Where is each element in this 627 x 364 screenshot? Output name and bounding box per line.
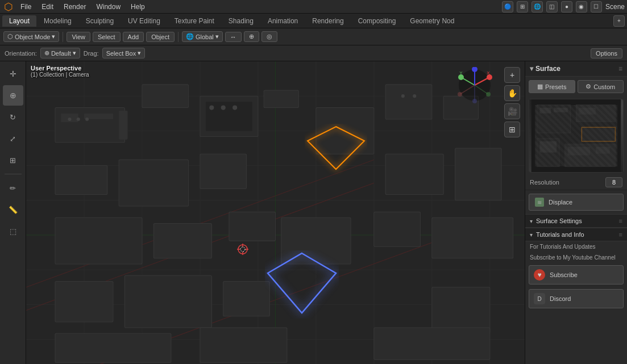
blue-selection-square xyxy=(265,250,339,319)
transform-tool[interactable]: ⊞ xyxy=(3,150,23,170)
quad-view-button[interactable]: ⊞ xyxy=(504,122,520,137)
svg-rect-89 xyxy=(540,108,551,114)
proportional-toggle[interactable]: ◎ xyxy=(261,31,277,42)
default-label: Default xyxy=(51,50,71,57)
viewport[interactable]: User Perspective (1) Collection | Camera… xyxy=(26,61,525,364)
global-dropdown[interactable]: 🌐 Global ▾ xyxy=(182,31,223,42)
tab-sculpting[interactable]: Sculpting xyxy=(79,15,121,27)
options-bar: Orientation: ⊕ Default ▾ Drag: Select Bo… xyxy=(0,45,627,61)
select-box-dropdown[interactable]: Select Box ▾ xyxy=(102,48,146,58)
resolution-value[interactable]: 8 xyxy=(605,177,622,187)
editor-type-icon[interactable]: ⊞ xyxy=(517,1,528,12)
select-button[interactable]: Select xyxy=(93,32,121,42)
svg-point-57 xyxy=(401,94,405,98)
svg-rect-34 xyxy=(119,160,188,206)
surface-settings-menu[interactable]: ≡ xyxy=(619,217,622,224)
pan-button[interactable]: ✋ xyxy=(504,85,520,101)
surface-settings-header[interactable]: ▾ Surface Settings ≡ xyxy=(525,214,627,228)
svg-point-51 xyxy=(68,118,71,121)
menu-edit[interactable]: Edit xyxy=(37,2,58,12)
tutorials-menu[interactable]: ≡ xyxy=(619,231,622,238)
presets-icon: ▦ xyxy=(537,83,543,90)
svg-marker-59 xyxy=(308,127,364,169)
menu-help[interactable]: Help xyxy=(126,2,150,12)
menu-render[interactable]: Render xyxy=(59,2,90,12)
svg-rect-84 xyxy=(537,105,571,133)
svg-rect-47 xyxy=(432,287,490,334)
svg-rect-90 xyxy=(554,108,568,112)
measure-tool[interactable]: 📏 xyxy=(3,199,23,220)
move-tool[interactable]: ⊕ xyxy=(3,85,23,106)
tool-separator xyxy=(5,174,22,174)
zoom-in-button[interactable]: + xyxy=(504,67,520,83)
svg-rect-35 xyxy=(200,154,247,189)
tab-rendering[interactable]: Rendering xyxy=(305,15,350,27)
tab-layout[interactable]: Layout xyxy=(2,15,36,27)
surface-panel-header: ▾ Surface ≡ xyxy=(525,61,627,77)
add-cube-tool[interactable]: ⬚ xyxy=(3,221,23,241)
select-box-chevron: ▾ xyxy=(138,49,141,57)
svg-rect-83 xyxy=(532,99,621,172)
tab-geometry-nodes[interactable]: Geometry Nod xyxy=(403,15,461,27)
world-icon[interactable]: ◉ xyxy=(576,1,587,12)
preview-render xyxy=(529,99,623,172)
default-dropdown[interactable]: ⊕ Default ▾ xyxy=(40,48,80,58)
rotate-tool[interactable]: ↻ xyxy=(3,107,23,127)
camera-button[interactable]: 🎥 xyxy=(504,103,520,119)
svg-rect-43 xyxy=(432,217,513,258)
surface-arrow-icon: ▾ xyxy=(530,65,533,73)
svg-point-66 xyxy=(240,247,245,252)
scale-tool[interactable]: ⤢ xyxy=(3,128,23,149)
svg-rect-23 xyxy=(61,114,78,122)
subscribe-button[interactable]: ♥ Subscribe xyxy=(529,265,624,284)
svg-rect-91 xyxy=(579,108,596,115)
tab-shading[interactable]: Shading xyxy=(222,15,260,27)
snap-toggle[interactable]: ⊕ xyxy=(244,31,259,42)
transform-toggle[interactable]: ↔ xyxy=(225,32,242,42)
svg-rect-33 xyxy=(55,166,107,195)
tab-animation[interactable]: Animation xyxy=(261,15,305,27)
displace-icon: ≋ xyxy=(535,198,544,207)
mode-dropdown[interactable]: ⬡ Object Mode ▾ xyxy=(3,31,59,42)
object-icon[interactable]: ☐ xyxy=(591,1,602,12)
scene-selector[interactable]: 🌐 xyxy=(532,1,543,12)
svg-rect-94 xyxy=(596,147,610,154)
right-panel: ▾ Surface ≡ ▦ Presets ⚙ Custom xyxy=(525,61,627,364)
options-button[interactable]: Options xyxy=(591,48,622,58)
svg-point-55 xyxy=(221,105,226,110)
surface-tab-row: ▦ Presets ⚙ Custom xyxy=(525,77,627,97)
workspace-tabs: Layout Modeling Sculpting UV Editing Tex… xyxy=(0,14,627,28)
add-button[interactable]: Add xyxy=(123,32,144,42)
for-tutorials-text: For Tutorials And Updates xyxy=(525,241,627,252)
viewport-gizmo[interactable]: X Y Z xyxy=(456,67,493,104)
displace-button[interactable]: ≋ Displace xyxy=(529,194,624,211)
svg-rect-25 xyxy=(119,111,127,140)
layer-selector[interactable]: ◫ xyxy=(546,1,558,12)
resolution-row: Resolution 8 xyxy=(525,175,627,190)
object-button[interactable]: Object xyxy=(146,32,175,42)
svg-rect-27 xyxy=(200,96,258,136)
add-workspace-icon[interactable]: + xyxy=(613,15,625,27)
menu-window[interactable]: Window xyxy=(92,2,125,12)
tutorials-arrow-icon: ▾ xyxy=(530,232,533,238)
tab-modeling[interactable]: Modeling xyxy=(37,15,78,27)
custom-tab[interactable]: ⚙ Custom xyxy=(578,80,624,93)
surface-preview xyxy=(529,99,624,173)
cursor-tool[interactable]: ✛ xyxy=(3,64,23,84)
tab-uv-editing[interactable]: UV Editing xyxy=(121,15,167,27)
custom-label: Custom xyxy=(593,83,615,90)
surface-settings-arrow-icon: ▾ xyxy=(530,218,533,224)
discord-button[interactable]: D Discord xyxy=(529,289,624,308)
svg-rect-26 xyxy=(142,85,189,108)
tab-compositing[interactable]: Compositing xyxy=(351,15,403,27)
tab-texture-paint[interactable]: Texture Paint xyxy=(168,15,221,27)
surface-panel-menu[interactable]: ≡ xyxy=(618,65,622,73)
engine-icon[interactable]: 🔵 xyxy=(502,1,513,12)
menu-file[interactable]: File xyxy=(16,2,36,12)
svg-rect-28 xyxy=(206,102,252,131)
renderer-icon[interactable]: ● xyxy=(561,1,572,12)
tutorials-header[interactable]: ▾ Tutorials and Info ≡ xyxy=(525,228,627,241)
presets-tab[interactable]: ▦ Presets xyxy=(529,80,575,93)
annotate-tool[interactable]: ✏ xyxy=(3,178,23,198)
view-button[interactable]: View xyxy=(67,32,90,42)
